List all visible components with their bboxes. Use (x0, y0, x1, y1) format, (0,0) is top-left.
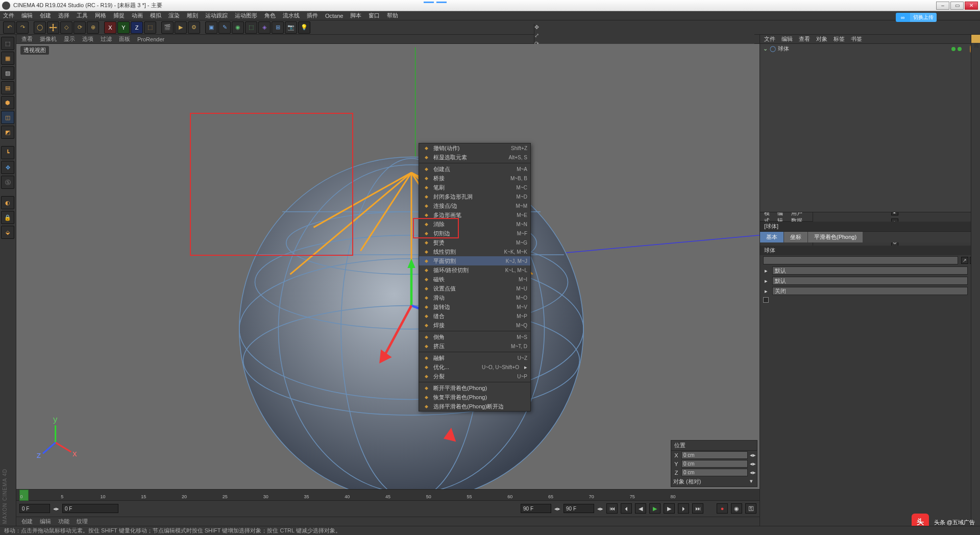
ctx-多边形画笔[interactable]: ◆多边形画笔M~E (419, 210, 530, 220)
prev-frame[interactable]: ◀ (635, 503, 646, 514)
recent-tool[interactable]: ⊕ (87, 21, 99, 34)
next-frame[interactable]: ▶ (664, 503, 675, 514)
generator-array[interactable]: ⬚ (245, 21, 257, 34)
vmenu-过滤[interactable]: 过滤 (101, 35, 112, 43)
ctx-恢复平滑着色(Phong)[interactable]: ◆恢复平滑着色(Phong) (419, 393, 530, 402)
menu-工具[interactable]: 工具 (77, 12, 88, 19)
menu-捕捉[interactable]: 捕捉 (113, 12, 125, 19)
axis-z-toggle[interactable]: Z (131, 21, 143, 34)
vmenu-查看[interactable]: 查看 (21, 35, 33, 43)
upload-badge[interactable]: ∞ 切换上传 (896, 13, 937, 22)
nav-arrow-icon[interactable]: ↗ (961, 257, 968, 264)
render-view[interactable]: 🎬 (161, 21, 174, 34)
minimize-button[interactable]: – (936, 2, 949, 10)
menu-运动图形[interactable]: 运动图形 (235, 12, 257, 19)
spline-pen[interactable]: ✎ (218, 21, 231, 34)
btab-纹理[interactable]: 纹理 (77, 518, 88, 525)
ctx-分裂[interactable]: ◆分裂U~P (419, 372, 530, 381)
autokey-button[interactable]: ◉ (731, 503, 742, 514)
main-menubar[interactable]: 文件编辑创建选择工具网格捕捉动画模拟渲染雕刻运动跟踪运动图形角色流水线插件Oct… (0, 11, 980, 20)
menu-Octane[interactable]: Octane (325, 13, 343, 19)
snap-settings[interactable]: Ⓢ (1, 176, 14, 189)
menu-窗口[interactable]: 窗口 (369, 12, 380, 19)
ctx-平面切割[interactable]: ◆平面切割K~J, M~J (419, 256, 530, 265)
om-书签[interactable]: 书签 (851, 35, 862, 43)
edge-mode[interactable]: ◫ (1, 111, 14, 124)
ctx-优化...[interactable]: ◆优化...U~O, U~Shift+O▸ (419, 362, 530, 372)
softselect[interactable]: 🔒 (1, 211, 14, 224)
menu-角色[interactable]: 角色 (264, 12, 276, 19)
attr-checkbox[interactable] (763, 297, 769, 303)
ctx-熨烫[interactable]: ◆熨烫M~G (419, 238, 530, 247)
btab-创建[interactable]: 创建 (21, 518, 33, 525)
ctx-倒角[interactable]: ◆倒角M~S (419, 332, 530, 342)
tab-phong[interactable]: 平滑着色(Phong) (808, 232, 863, 242)
environment[interactable]: ⊞ (272, 21, 284, 34)
attribute-menubar[interactable]: 模式编辑用户数据 ◂ ▸ ▴ ⌂ 🔒 ⚙ (760, 212, 980, 222)
menu-动画[interactable]: 动画 (132, 12, 143, 19)
btab-编辑[interactable]: 编辑 (40, 518, 51, 525)
ctx-框显选取元素[interactable]: ◆框显选取元素Alt+S, S (419, 153, 530, 162)
menu-脚本[interactable]: 脚本 (350, 12, 361, 19)
coord-y[interactable]: 0 cm (681, 460, 748, 468)
rotate-tool[interactable]: ⟳ (74, 21, 86, 34)
vp-zoom-icon[interactable]: ⤢ (534, 32, 541, 38)
select-tool[interactable]: ◯ (34, 21, 46, 34)
render-region[interactable]: ▶ (175, 21, 187, 34)
workplane-lock[interactable]: ◐ (1, 196, 14, 209)
coord-z[interactable]: 0 cm (681, 469, 748, 476)
ctx-融解[interactable]: ◆融解U~Z (419, 353, 530, 362)
axis-y-toggle[interactable]: Y (117, 21, 130, 34)
workplane-mode[interactable]: ▤ (1, 81, 14, 94)
close-button[interactable]: ✕ (965, 2, 978, 10)
visibility-editor-dot[interactable] (951, 47, 955, 51)
record-button[interactable]: ● (717, 503, 728, 514)
axis-x-toggle[interactable]: X (104, 21, 116, 34)
menu-插件[interactable]: 插件 (307, 12, 318, 19)
frame-range-start[interactable]: 0 F (62, 504, 118, 513)
object-manager-tree[interactable]: ⌄ ◯ 球体 (760, 44, 980, 212)
ctx-焊接[interactable]: ◆焊接M~Q (419, 321, 530, 330)
menu-帮助[interactable]: 帮助 (387, 12, 398, 19)
vmenu-ProRender[interactable]: ProRender (137, 36, 164, 42)
menu-创建[interactable]: 创建 (40, 12, 51, 19)
vmenu-选项[interactable]: 选项 (82, 35, 93, 43)
vmenu-面板[interactable]: 面板 (119, 35, 130, 43)
ctx-断开平滑着色(Phong)[interactable]: ◆断开平滑着色(Phong) (419, 383, 530, 393)
ctx-消除[interactable]: ◆消除M~N (419, 220, 530, 229)
timeline-ruler[interactable]: 05101520253035404550556065707580 (16, 490, 760, 501)
ctx-挤压[interactable]: ◆挤压M~T, D (419, 342, 530, 351)
vmenu-摄像机[interactable]: 摄像机 (40, 35, 57, 43)
scale-tool[interactable]: ◇ (60, 21, 72, 34)
attr-layer[interactable]: 默认 (772, 266, 968, 275)
redo-button[interactable]: ↷ (16, 21, 29, 34)
object-manager-menubar[interactable]: 文件编辑查看对象标签书签 (760, 35, 980, 44)
coord-system[interactable]: ⬚ (144, 21, 156, 34)
attr-viseditor[interactable]: 默认 (772, 277, 968, 285)
viewport[interactable]: 透视视图 (16, 44, 760, 489)
generator-nurbs[interactable]: ◉ (232, 21, 244, 34)
frame-start[interactable]: 0 F (19, 504, 50, 513)
camera[interactable]: 📷 (285, 21, 297, 34)
play-button[interactable]: ▶ (649, 503, 660, 514)
attr-visrender[interactable]: 关闭 (772, 287, 968, 295)
ctx-旋转边[interactable]: ◆旋转边M~V (419, 302, 530, 311)
menu-雕刻[interactable]: 雕刻 (187, 12, 198, 19)
om-查看[interactable]: 查看 (799, 35, 810, 43)
vmenu-显示[interactable]: 显示 (64, 35, 75, 43)
ctx-桥接[interactable]: ◆桥接M~B, B (419, 174, 530, 183)
tree-row-sphere[interactable]: ⌄ ◯ 球体 (760, 44, 980, 54)
ctx-循环/路径切割[interactable]: ◆循环/路径切割K~L, M~L (419, 265, 530, 275)
frame-range-end[interactable]: 90 F (564, 504, 594, 513)
viewport-menubar[interactable]: 查看摄像机显示选项过滤面板ProRender ✥ ⤢ ⟳ ▭ (16, 35, 760, 44)
ctx-设置点值[interactable]: ◆设置点值M~U (419, 284, 530, 293)
ctx-选择平滑着色(Phong)断开边[interactable]: ◆选择平滑着色(Phong)断开边 (419, 402, 530, 411)
vp-nav-icon[interactable]: ✥ (534, 24, 541, 30)
ctx-线性切割[interactable]: ◆线性切割K~K, M~K (419, 247, 530, 256)
ctx-切割边[interactable]: ◆切割边M~F (419, 229, 530, 238)
keyframe-opts[interactable]: ⚿ (745, 503, 756, 514)
polygon-mode[interactable]: ◩ (1, 126, 14, 139)
coord-mode[interactable]: 对象 (相对) (673, 478, 748, 485)
ctx-笔刷[interactable]: ◆笔刷M~C (419, 183, 530, 192)
tab-basic[interactable]: 基本 (760, 232, 783, 242)
